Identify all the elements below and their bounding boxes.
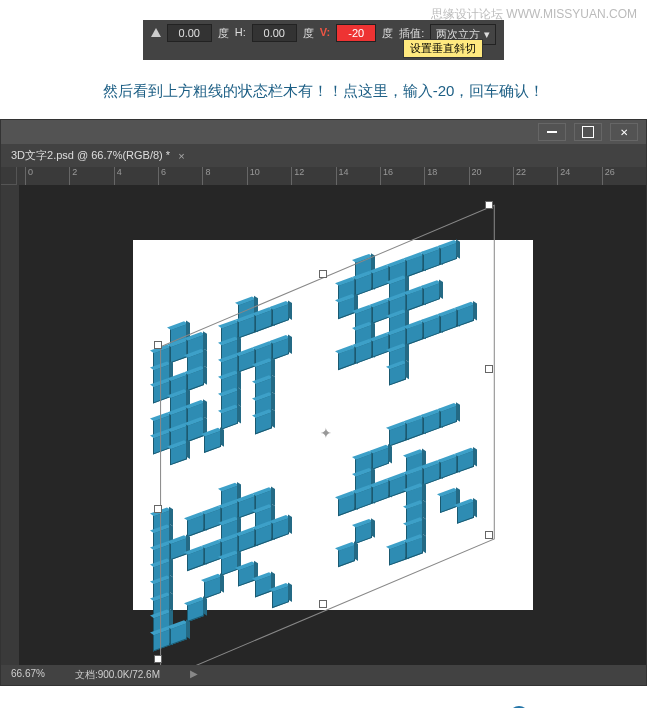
ruler-mark: 14: [336, 167, 380, 185]
vertical-ruler[interactable]: [1, 185, 19, 665]
document-tabbar: 3D文字2.psd @ 66.7%(RGB/8) * ×: [1, 144, 646, 167]
ruler-mark: 16: [380, 167, 424, 185]
svg-marker-0: [161, 205, 495, 665]
status-arrow-icon[interactable]: ▶: [190, 668, 198, 682]
ruler-mark: 2: [69, 167, 113, 185]
canvas-work-area[interactable]: ✦: [19, 185, 646, 665]
maximize-button[interactable]: [574, 123, 602, 141]
transform-bounding-box[interactable]: [19, 185, 646, 665]
close-tab-icon[interactable]: ×: [178, 150, 184, 162]
tooltip: 设置垂直斜切: [403, 39, 483, 58]
chevron-down-icon: ▾: [484, 28, 490, 41]
reference-point-icon[interactable]: [151, 28, 161, 37]
ruler-mark: 0: [25, 167, 69, 185]
transform-handle[interactable]: [154, 341, 162, 349]
transform-handle[interactable]: [485, 201, 493, 209]
transform-handle[interactable]: [319, 270, 327, 278]
transform-handle[interactable]: [154, 655, 162, 663]
unit-label: 度: [382, 24, 393, 43]
ruler-mark: 8: [202, 167, 246, 185]
h-skew-field[interactable]: 0.00: [252, 24, 297, 42]
ruler-mark: 4: [114, 167, 158, 185]
canvas-area: ✦: [1, 185, 646, 665]
titlebar: [1, 120, 646, 144]
close-button[interactable]: [610, 123, 638, 141]
tab-title: 3D文字2.psd @ 66.7%(RGB/8) *: [11, 148, 170, 163]
doc-size: 文档:900.0K/72.6M: [75, 668, 160, 682]
document-tab[interactable]: 3D文字2.psd @ 66.7%(RGB/8) * ×: [11, 148, 636, 163]
ruler-mark: 12: [291, 167, 335, 185]
ruler-mark: 26: [602, 167, 646, 185]
options-bar: 0.00 度 H: 0.00 度 V: -20 度 插值: 两次立方 ▾ 设置垂…: [143, 20, 504, 60]
transform-handle[interactable]: [319, 600, 327, 608]
ruler-origin[interactable]: [1, 167, 17, 185]
transform-handle[interactable]: [485, 531, 493, 539]
zoom-level[interactable]: 66.67%: [11, 668, 45, 682]
ruler-mark: 22: [513, 167, 557, 185]
minimize-button[interactable]: [538, 123, 566, 141]
app-window: 3D文字2.psd @ 66.7%(RGB/8) * × 02468101214…: [0, 119, 647, 686]
h-label: H:: [235, 24, 246, 40]
ruler-mark: 24: [557, 167, 601, 185]
transform-handle[interactable]: [485, 365, 493, 373]
v-skew-field[interactable]: -20: [336, 24, 376, 42]
unit-label: 度: [218, 24, 229, 43]
unit-label: 度: [303, 24, 314, 43]
instruction-text-1: 然后看到上方粗线的状态栏木有！！点这里，输入-20，回车确认！: [0, 82, 647, 101]
transform-handle[interactable]: [154, 505, 162, 513]
rotate-field[interactable]: 0.00: [167, 24, 212, 42]
ruler-mark: 18: [424, 167, 468, 185]
status-bar: 66.67% 文档:900.0K/72.6M ▶: [1, 665, 646, 685]
ruler-mark: 10: [247, 167, 291, 185]
v-label: V:: [320, 24, 330, 40]
ruler-mark: 20: [469, 167, 513, 185]
ruler-mark: 6: [158, 167, 202, 185]
horizontal-ruler[interactable]: 02468101214161820222426: [1, 167, 646, 185]
